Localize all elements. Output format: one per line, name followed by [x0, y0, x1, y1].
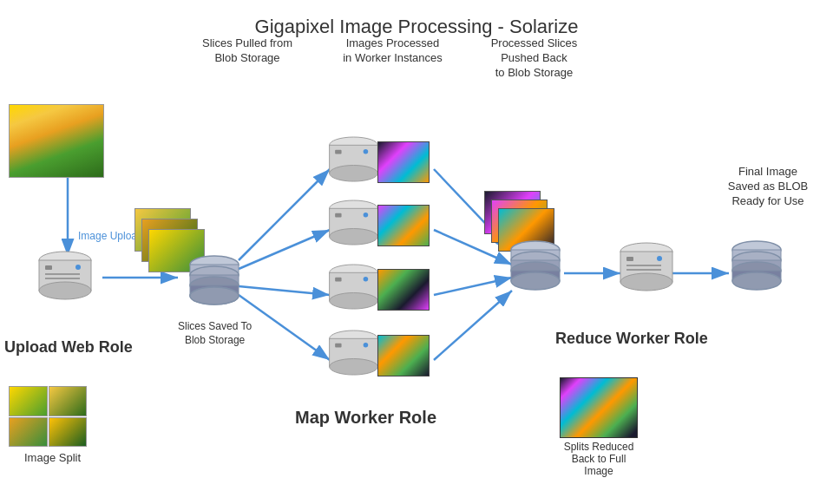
- svg-line-3: [239, 169, 330, 260]
- svg-point-27: [190, 287, 239, 304]
- svg-rect-46: [335, 344, 341, 348]
- diagram-container: Gigapixel Image Processing - Solarize Sl…: [0, 0, 833, 504]
- svg-point-54: [511, 272, 560, 290]
- svg-rect-16: [45, 265, 52, 270]
- svg-point-59: [657, 256, 662, 261]
- svg-rect-31: [335, 150, 341, 154]
- reduce-input-blob-db: [508, 237, 564, 302]
- svg-line-6: [239, 295, 330, 360]
- final-image-label: Final ImageSaved as BLOBReady for Use: [712, 165, 824, 209]
- reduce-worker-server: [616, 241, 677, 293]
- svg-line-9: [434, 278, 512, 295]
- svg-rect-58: [626, 257, 633, 261]
- map-worker-1: [325, 134, 430, 185]
- svg-point-40: [330, 293, 378, 310]
- image-split-thumb: [9, 386, 87, 447]
- svg-rect-60: [626, 265, 661, 266]
- map-worker-2: [325, 198, 430, 248]
- svg-point-42: [364, 277, 369, 282]
- map-worker-4: [325, 328, 430, 378]
- svg-point-35: [330, 229, 378, 245]
- splits-reduced-label: Splits ReducedBack to Full Image: [560, 441, 638, 477]
- svg-point-17: [75, 265, 81, 270]
- upload-server-icon: [35, 250, 95, 302]
- input-blob-db: Slices Saved ToBlob Storage: [178, 252, 252, 347]
- images-processed-label: Images Processedin Worker Instances: [321, 36, 464, 66]
- tulip-image-large: [9, 104, 104, 181]
- svg-point-47: [364, 343, 369, 348]
- svg-point-15: [39, 282, 91, 299]
- slices-pulled-label: Slices Pulled fromBlob Storage: [178, 36, 317, 66]
- svg-point-45: [330, 359, 378, 376]
- svg-line-5: [239, 286, 330, 295]
- map-worker-3: [325, 262, 430, 312]
- svg-rect-61: [626, 269, 661, 271]
- svg-rect-41: [335, 278, 341, 282]
- svg-point-37: [364, 213, 369, 218]
- image-split-label: Image Split: [24, 451, 81, 464]
- svg-point-68: [732, 272, 781, 290]
- final-solarize-image: [560, 377, 638, 438]
- upload-web-role-label: Upload Web Role: [4, 338, 133, 357]
- page-title: Gigapixel Image Processing - Solarize: [0, 7, 833, 38]
- svg-line-4: [239, 230, 330, 269]
- blob-storage-label: Slices Saved ToBlob Storage: [178, 320, 252, 347]
- svg-rect-18: [45, 273, 80, 275]
- svg-point-57: [620, 273, 672, 291]
- svg-rect-36: [335, 213, 341, 218]
- processed-slices-label: Processed SlicesPushed Backto Blob Stora…: [467, 36, 601, 81]
- map-worker-role-label: Map Worker Role: [295, 408, 436, 428]
- final-blob-db: [729, 237, 785, 302]
- svg-rect-19: [45, 278, 80, 279]
- svg-line-10: [434, 291, 512, 360]
- svg-point-30: [330, 166, 378, 182]
- svg-point-32: [364, 149, 369, 154]
- reduce-worker-role-label: Reduce Worker Role: [555, 330, 708, 348]
- arrows-svg: [0, 0, 833, 504]
